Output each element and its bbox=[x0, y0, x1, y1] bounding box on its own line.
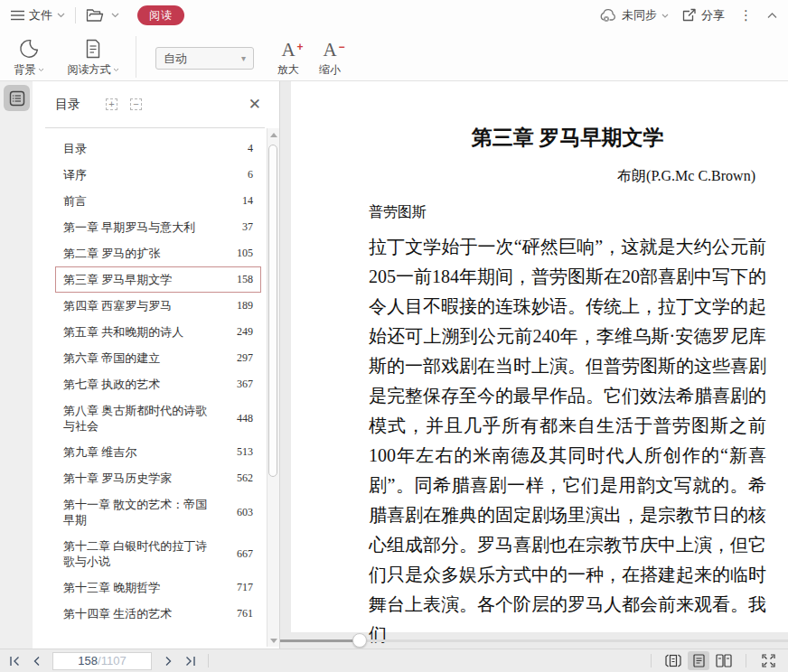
reading-progress-bar[interactable] bbox=[280, 632, 788, 649]
folder-icon bbox=[86, 8, 104, 23]
toc-item[interactable]: 第三章 罗马早期文学158 bbox=[55, 266, 261, 293]
scrollbar-thumb[interactable] bbox=[268, 145, 277, 477]
expand-all-button[interactable]: + bbox=[106, 98, 117, 110]
fullscreen-button[interactable] bbox=[757, 651, 779, 670]
toc-item-label: 第十章 罗马历史学家 bbox=[63, 471, 172, 486]
read-mode-button[interactable]: 阅读 bbox=[137, 5, 184, 25]
toc-item[interactable]: 第九章 维吉尔513 bbox=[55, 439, 261, 465]
toc-item-label: 第九章 维吉尔 bbox=[63, 444, 136, 460]
next-page-button[interactable] bbox=[157, 651, 179, 671]
status-bar: 158/1107 bbox=[0, 649, 788, 672]
toc-item-label: 第六章 帝国的建立 bbox=[63, 350, 160, 366]
zoom-in-button[interactable]: A+ 放大 bbox=[269, 36, 307, 78]
zoom-out-button[interactable]: A− 缩小 bbox=[311, 36, 349, 78]
reading-mode-button[interactable]: 阅读方式 bbox=[56, 36, 130, 78]
toc-item[interactable]: 第十二章 白银时代的拉丁诗歌与小说667 bbox=[55, 533, 261, 574]
single-page-view-button[interactable] bbox=[688, 651, 709, 670]
toc-item[interactable]: 目录4 bbox=[55, 135, 261, 162]
progress-fill bbox=[280, 639, 360, 642]
last-page-button[interactable] bbox=[179, 651, 201, 671]
toc-item-page: 37 bbox=[242, 220, 253, 234]
background-label: 背景 bbox=[14, 62, 36, 78]
collapse-toolbar-button[interactable] bbox=[767, 13, 777, 19]
reading-mode-label: 阅读方式 bbox=[68, 62, 111, 78]
toc-item[interactable]: 第十四章 生活的艺术761 bbox=[55, 601, 261, 627]
toc-item[interactable]: 第十三章 晚期哲学717 bbox=[55, 574, 261, 601]
toc-item-label: 第八章 奥古斯都时代的诗歌与社会 bbox=[63, 403, 219, 434]
total-pages: /1107 bbox=[98, 654, 127, 667]
document-area: 第三章 罗马早期文学 布朗(P.G.Mc C.Brown) 普劳图斯 拉丁文学始… bbox=[280, 81, 788, 649]
collapse-all-button[interactable]: − bbox=[130, 98, 142, 110]
toc-item-page: 448 bbox=[237, 412, 253, 425]
toc-item[interactable]: 译序6 bbox=[55, 162, 261, 188]
scroll-view-button[interactable] bbox=[662, 651, 684, 670]
scroll-view-icon bbox=[665, 654, 681, 667]
cloud-offline-icon bbox=[599, 8, 617, 23]
toc-item-page: 297 bbox=[237, 351, 253, 365]
toc-item-page: 4 bbox=[248, 142, 253, 155]
toc-item-label: 第一章 早期罗马与意大利 bbox=[63, 219, 195, 235]
toc-item[interactable]: 第四章 西塞罗与罗马189 bbox=[55, 293, 261, 319]
toc-item[interactable]: 第十章 罗马历史学家562 bbox=[55, 465, 261, 491]
chapter-title: 第三章 罗马早期文学 bbox=[369, 125, 766, 152]
chevron-down-icon bbox=[57, 13, 65, 18]
font-decrease-icon: A− bbox=[323, 40, 336, 60]
background-button[interactable]: 背景 bbox=[7, 36, 51, 78]
toc-item[interactable]: 第八章 奥古斯都时代的诗歌与社会448 bbox=[55, 397, 261, 439]
two-page-icon bbox=[716, 654, 732, 667]
hamburger-icon bbox=[11, 10, 24, 21]
toc-item-label: 第十二章 白银时代的拉丁诗歌与小说 bbox=[63, 538, 219, 569]
chevron-down-icon: ▾ bbox=[241, 53, 246, 63]
toc-item-label: 第二章 罗马的扩张 bbox=[63, 246, 160, 261]
close-panel-button[interactable]: ✕ bbox=[249, 97, 261, 112]
file-menu-label: 文件 bbox=[29, 7, 52, 23]
toc-panel-button[interactable] bbox=[4, 85, 30, 111]
toc-item[interactable]: 前言14 bbox=[55, 188, 261, 214]
toc-item-page: 761 bbox=[237, 607, 253, 621]
chapter-author: 布朗(P.G.Mc C.Brown) bbox=[369, 166, 766, 186]
toc-item-label: 第四章 西塞罗与罗马 bbox=[63, 298, 172, 313]
chevron-up-icon bbox=[767, 13, 777, 19]
sync-status-button[interactable]: 未同步 bbox=[599, 7, 669, 23]
toc-item-page: 667 bbox=[237, 547, 253, 561]
toc-item[interactable]: 第七章 执政的艺术367 bbox=[55, 371, 261, 397]
toc-item[interactable]: 第一章 早期罗马与意大利37 bbox=[55, 214, 261, 240]
open-file-button[interactable] bbox=[86, 8, 104, 23]
main-menu-button[interactable]: 文件 bbox=[11, 7, 65, 23]
progress-thumb[interactable] bbox=[352, 633, 367, 648]
toolbar-divider bbox=[75, 7, 76, 23]
toc-item[interactable]: 第二章 罗马的扩张105 bbox=[55, 240, 261, 266]
toc-item-page: 105 bbox=[237, 247, 253, 260]
single-page-icon bbox=[693, 654, 705, 667]
toc-item[interactable]: 第六章 帝国的建立297 bbox=[55, 345, 261, 371]
statusbar-divider bbox=[208, 654, 209, 667]
more-options-button[interactable]: ⋮ bbox=[737, 7, 755, 23]
scroll-up-arrow[interactable] bbox=[267, 128, 279, 141]
toc-item-page: 562 bbox=[237, 471, 253, 485]
current-page: 158 bbox=[78, 654, 98, 667]
toc-item[interactable]: 第五章 共和晚期的诗人249 bbox=[55, 319, 261, 345]
toc-item-page: 189 bbox=[237, 299, 253, 313]
toc-item-page: 158 bbox=[237, 273, 253, 286]
ribbon-divider bbox=[136, 36, 136, 78]
page-number-input[interactable]: 158/1107 bbox=[52, 652, 152, 670]
two-page-view-button[interactable] bbox=[713, 651, 735, 670]
toc-item-label: 第五章 共和晚期的诗人 bbox=[63, 324, 183, 340]
open-file-dropdown[interactable] bbox=[111, 13, 119, 18]
first-page-button[interactable] bbox=[4, 651, 25, 671]
toc-item[interactable]: 第十一章 散文的艺术：帝国早期603 bbox=[55, 491, 261, 533]
zoom-in-label: 放大 bbox=[277, 62, 299, 78]
sidebar-scrollbar[interactable] bbox=[267, 128, 279, 647]
moon-icon bbox=[18, 38, 40, 60]
scroll-down-arrow[interactable] bbox=[267, 634, 279, 647]
zoom-out-label: 缩小 bbox=[319, 62, 341, 78]
prev-page-button[interactable] bbox=[25, 651, 47, 671]
section-heading: 普劳图斯 bbox=[369, 202, 766, 222]
document-page: 第三章 罗马早期文学 布朗(P.G.Mc C.Brown) 普劳图斯 拉丁文学始… bbox=[291, 81, 788, 632]
document-icon bbox=[84, 38, 102, 60]
toc-item-page: 6 bbox=[248, 168, 253, 182]
zoom-mode-select[interactable]: 自动 ▾ bbox=[155, 47, 254, 70]
toc-item-page: 249 bbox=[237, 325, 253, 339]
share-button[interactable]: 分享 bbox=[681, 7, 725, 23]
toc-list-icon bbox=[8, 89, 26, 107]
